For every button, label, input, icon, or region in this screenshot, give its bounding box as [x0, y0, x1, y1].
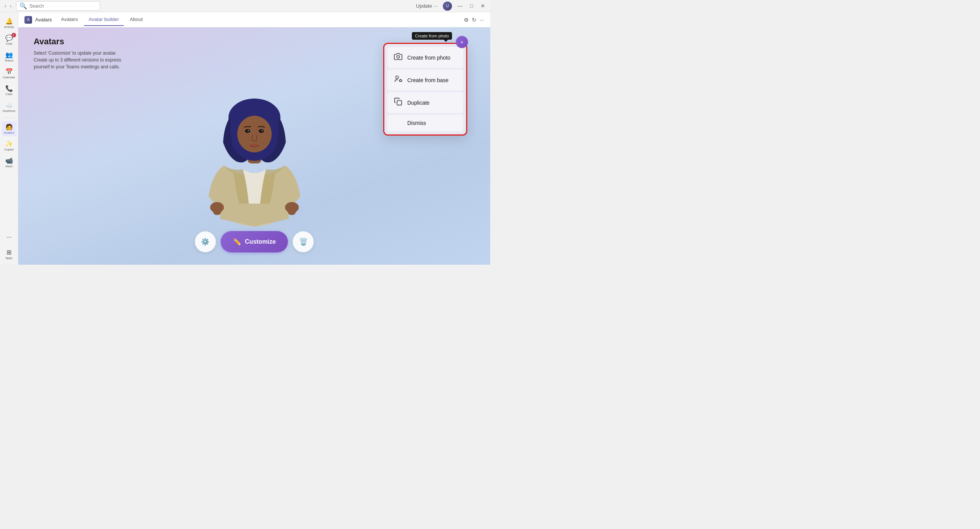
apps-icon: ⊞: [6, 249, 11, 256]
update-button[interactable]: Update ···: [414, 2, 440, 10]
search-icon: 🔍: [19, 2, 27, 10]
title-bar-left: ‹ › 🔍: [3, 1, 100, 11]
main-content: A Avatars Avatars Avatar builder About ⚙…: [18, 12, 490, 265]
svg-point-11: [248, 130, 249, 131]
sidebar-item-label: Chat: [6, 42, 12, 45]
delete-button[interactable]: 🗑️: [293, 231, 314, 252]
page-content: Avatars Select 'Customize' to update you…: [18, 28, 490, 265]
sidebar-item-label: Calls: [6, 93, 13, 96]
sidebar-item-label: Apps: [5, 257, 12, 260]
chat-badge: 5: [11, 33, 16, 37]
page-description: Select 'Customize' to update your avatar…: [34, 50, 125, 70]
sidebar-item-label: Meet: [6, 165, 13, 168]
person-settings-icon: [394, 75, 403, 85]
onedrive-icon: ☁️: [5, 102, 13, 109]
forward-button[interactable]: ›: [8, 3, 13, 10]
sidebar-item-avatars[interactable]: 🧑 Avatars: [2, 121, 17, 136]
tab-about[interactable]: About: [125, 13, 147, 26]
sidebar-item-meet[interactable]: 📹 Meet: [2, 155, 17, 170]
sidebar-item-label: Activity: [4, 26, 14, 29]
delete-icon: 🗑️: [299, 238, 308, 246]
avatars-icon: 🧑: [5, 123, 13, 131]
sidebar-item-calls[interactable]: 📞 Calls: [2, 83, 17, 98]
user-avatar[interactable]: U: [443, 2, 452, 11]
settings-button[interactable]: ⚙️: [194, 231, 216, 252]
dismiss-label: Dismiss: [407, 120, 426, 126]
sidebar-item-more[interactable]: ···: [2, 230, 17, 245]
search-bar[interactable]: 🔍: [16, 1, 100, 11]
bottom-toolbar: ⚙️ ✏️ Customize 🗑️: [194, 231, 314, 252]
calendar-icon: 📅: [5, 68, 13, 75]
avatar-display: [190, 51, 319, 242]
dropdown-container: Create from photo + Create from: [383, 43, 467, 136]
duplicate-icon: [394, 97, 403, 108]
sidebar-item-label: Teams: [5, 59, 14, 62]
dropdown-tooltip: Create from photo: [412, 32, 452, 40]
calls-icon: 📞: [5, 85, 13, 92]
tab-bar-icons: ⚙ ↻ ···: [464, 17, 484, 23]
create-from-base-button[interactable]: Create from base: [387, 70, 463, 91]
app-name: Avatars: [35, 17, 52, 23]
sidebar-item-apps[interactable]: ⊞ Apps: [2, 246, 17, 262]
title-bar: ‹ › 🔍 Update ··· U — □ ✕: [0, 0, 490, 12]
copilot-icon: ✨: [5, 140, 13, 147]
minimize-button[interactable]: —: [455, 2, 465, 10]
sidebar-item-label: OneDrive: [3, 110, 16, 113]
settings-icon: ⚙️: [201, 238, 209, 246]
settings-tab-icon[interactable]: ⚙: [464, 17, 469, 23]
back-button[interactable]: ‹: [3, 3, 8, 10]
customize-button[interactable]: ✏️ Customize: [220, 231, 288, 252]
svg-point-13: [397, 55, 399, 58]
search-input[interactable]: [29, 3, 97, 9]
page-title: Avatars: [34, 37, 125, 47]
create-from-photo-label: Create from photo: [407, 55, 450, 61]
sidebar-item-label: Copilot: [4, 148, 14, 151]
svg-point-15: [400, 79, 402, 82]
tab-avatars[interactable]: Avatars: [57, 13, 83, 26]
avatar-svg: [201, 58, 308, 234]
tab-avatar-builder[interactable]: Avatar builder: [84, 13, 124, 26]
tab-bar: A Avatars Avatars Avatar builder About ⚙…: [18, 12, 490, 28]
plus-icon: +: [460, 39, 463, 45]
sidebar-item-chat[interactable]: 💬 5 Chat: [2, 32, 17, 47]
svg-point-14: [396, 76, 398, 79]
maximize-button[interactable]: □: [468, 2, 475, 10]
nav-arrows: ‹ ›: [3, 3, 13, 10]
meet-icon: 📹: [5, 157, 13, 164]
purple-action-button[interactable]: +: [456, 36, 468, 48]
pen-icon: ✏️: [233, 238, 241, 246]
sidebar-item-teams[interactable]: 👥 Teams: [2, 49, 17, 64]
camera-icon: [394, 52, 403, 63]
sidebar-item-onedrive[interactable]: ☁️ OneDrive: [2, 99, 17, 115]
more-icon: ···: [6, 234, 11, 241]
sidebar-item-label: Calendar: [3, 76, 15, 79]
sidebar: 🔔 Activity 💬 5 Chat 👥 Teams 📅 Calendar 📞…: [0, 12, 18, 265]
create-from-photo-button[interactable]: Create from photo: [387, 47, 463, 68]
title-bar-right: Update ··· U — □ ✕: [414, 2, 487, 11]
create-from-base-label: Create from base: [407, 77, 449, 83]
sidebar-item-activity[interactable]: 🔔 Activity: [2, 15, 17, 31]
more-tab-icon[interactable]: ···: [479, 17, 484, 23]
duplicate-label: Duplicate: [407, 100, 429, 106]
duplicate-button[interactable]: Duplicate: [387, 92, 463, 113]
teams-icon: 👥: [5, 51, 13, 58]
dismiss-button[interactable]: Dismiss: [387, 115, 463, 131]
app-icon: A: [24, 16, 32, 24]
customize-label: Customize: [245, 238, 276, 245]
dropdown-card: Create from photo Create from base: [383, 43, 467, 136]
app-container: 🔔 Activity 💬 5 Chat 👥 Teams 📅 Calendar 📞…: [0, 12, 490, 265]
sidebar-item-calendar[interactable]: 📅 Calendar: [2, 66, 17, 81]
svg-point-12: [261, 130, 262, 131]
activity-icon: 🔔: [5, 18, 13, 25]
sidebar-item-copilot[interactable]: ✨ Copilot: [2, 138, 17, 153]
close-button[interactable]: ✕: [478, 2, 487, 10]
refresh-tab-icon[interactable]: ↻: [472, 17, 476, 23]
sidebar-item-label: Avatars: [4, 131, 14, 134]
svg-rect-16: [397, 100, 402, 105]
page-header: Avatars Select 'Customize' to update you…: [34, 37, 125, 70]
sidebar-divider: [3, 118, 15, 118]
